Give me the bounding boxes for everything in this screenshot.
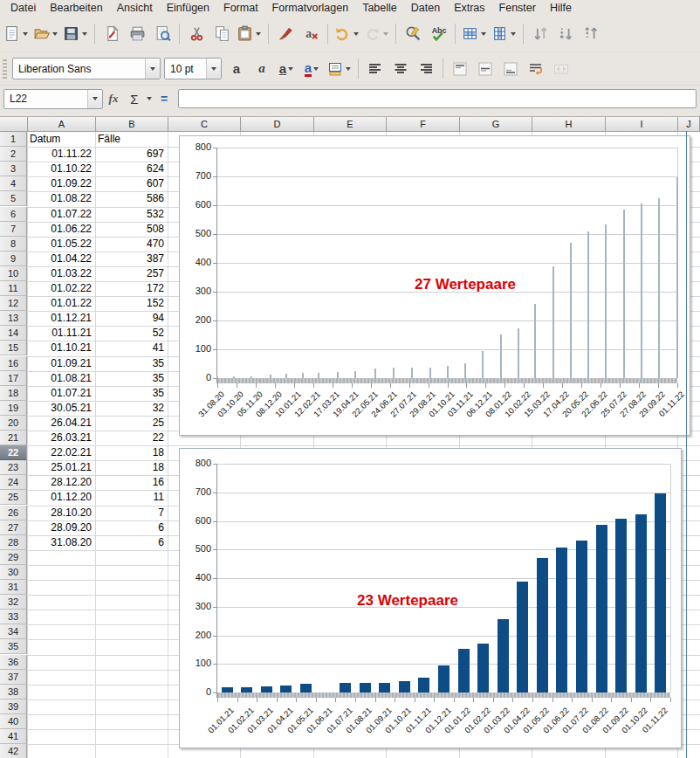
row-header-16[interactable]: 16 — [0, 356, 27, 371]
cell-a26[interactable]: 28.10.20 — [29, 506, 92, 520]
row-header-14[interactable]: 14 — [0, 326, 27, 341]
row-header-35[interactable]: 35 — [0, 639, 27, 654]
column-header-J[interactable]: J — [678, 117, 700, 132]
cell-a21[interactable]: 26.03.21 — [29, 431, 92, 445]
underline-dropdown[interactable] — [286, 57, 295, 80]
italic-button[interactable]: a — [250, 57, 273, 80]
new-document-dropdown[interactable] — [21, 22, 30, 45]
column-header-B[interactable]: B — [96, 117, 168, 132]
column-header-F[interactable]: F — [387, 117, 460, 132]
row-header-20[interactable]: 20 — [0, 416, 27, 431]
cell-b11[interactable]: 172 — [97, 281, 164, 296]
cell-a3[interactable]: 01.10.22 — [29, 162, 92, 176]
sort-descending-button[interactable] — [580, 22, 602, 45]
formula-button[interactable]: = — [155, 89, 173, 108]
cell-b5[interactable]: 586 — [97, 191, 164, 206]
find-replace-button[interactable] — [401, 22, 424, 45]
paste-button[interactable] — [236, 22, 263, 45]
name-box[interactable]: L22 — [3, 89, 103, 109]
menu-fenster[interactable]: Fenster — [492, 2, 543, 14]
cell-a10[interactable]: 01.03.22 — [29, 266, 92, 281]
function-wizard-button[interactable]: fx — [105, 89, 122, 108]
cell-a5[interactable]: 01.08.22 — [29, 191, 92, 206]
row-header-10[interactable]: 10 — [0, 266, 27, 281]
row-header-18[interactable]: 18 — [0, 386, 27, 401]
category-axis-chart[interactable]: 010020030040050060070080001.01.2101.02.2… — [179, 448, 682, 748]
row-header-4[interactable]: 4 — [0, 176, 27, 191]
cell-b25[interactable]: 11 — [97, 490, 164, 505]
clear-formatting-button[interactable]: a — [299, 22, 322, 45]
font-name-dropdown[interactable] — [145, 59, 160, 79]
insert-rows-button[interactable] — [461, 22, 488, 45]
row-header-11[interactable]: 11 — [0, 281, 27, 296]
row-header-31[interactable]: 31 — [0, 580, 27, 595]
select-all-corner[interactable] — [0, 117, 28, 132]
menu-datei[interactable]: Datei — [3, 2, 43, 14]
row-header-24[interactable]: 24 — [0, 475, 27, 490]
wrap-text-button[interactable] — [525, 57, 547, 80]
cell-a23[interactable]: 25.01.21 — [29, 460, 92, 475]
row-header-19[interactable]: 19 — [0, 401, 27, 416]
cell-b15[interactable]: 41 — [97, 341, 164, 355]
toolbar-grip[interactable] — [3, 59, 7, 79]
row-header-15[interactable]: 15 — [0, 341, 27, 355]
cell-b12[interactable]: 152 — [97, 296, 164, 311]
spelling-button[interactable]: Abc — [427, 22, 450, 45]
row-header-36[interactable]: 36 — [0, 655, 27, 670]
copy-button[interactable] — [210, 22, 233, 45]
align-left-button[interactable] — [364, 57, 387, 80]
export-pdf-button[interactable] — [100, 22, 123, 45]
cell-b21[interactable]: 22 — [97, 431, 164, 445]
valign-top-button[interactable] — [449, 57, 471, 80]
cell-b4[interactable]: 607 — [97, 176, 164, 191]
cell-a22[interactable]: 22.02.21 — [29, 445, 92, 460]
align-right-button[interactable] — [415, 57, 437, 80]
menu-extras[interactable]: Extras — [447, 2, 491, 14]
font-name-combo[interactable]: Liberation Sans — [12, 58, 161, 79]
row-header-37[interactable]: 37 — [0, 670, 27, 685]
row-header-33[interactable]: 33 — [0, 610, 27, 624]
cut-button[interactable] — [185, 22, 208, 45]
cell-a28[interactable]: 31.08.20 — [29, 535, 92, 550]
row-header-41[interactable]: 41 — [0, 729, 27, 744]
menu-bearbeiten[interactable]: Bearbeiten — [43, 2, 109, 14]
cell-b23[interactable]: 18 — [97, 460, 164, 475]
cell-b8[interactable]: 470 — [97, 237, 164, 252]
sort-ascending-button[interactable] — [554, 22, 577, 45]
row-header-28[interactable]: 28 — [0, 535, 27, 550]
insert-columns-button[interactable] — [491, 22, 518, 45]
menu-daten[interactable]: Daten — [404, 2, 447, 14]
row-header-39[interactable]: 39 — [0, 699, 27, 714]
cell-a27[interactable]: 28.09.20 — [29, 520, 92, 535]
row-header-42[interactable]: 42 — [0, 744, 27, 758]
row-header-29[interactable]: 29 — [0, 550, 27, 565]
cell-b22[interactable]: 18 — [97, 445, 164, 460]
select-sum-button[interactable]: Σ — [126, 89, 143, 108]
cell-a6[interactable]: 01.07.22 — [29, 207, 92, 222]
menu-tabelle[interactable]: Tabelle — [355, 2, 404, 14]
sum-dropdown-icon[interactable] — [147, 97, 152, 100]
cell-a25[interactable]: 01.12.20 — [29, 490, 92, 505]
cell-a17[interactable]: 01.08.21 — [29, 371, 92, 386]
cell-a9[interactable]: 01.04.22 — [29, 252, 92, 266]
row-header-21[interactable]: 21 — [0, 431, 27, 445]
cell-a2[interactable]: 01.11.22 — [29, 147, 92, 162]
cell-a4[interactable]: 01.09.22 — [29, 176, 92, 191]
insert-columns-dropdown[interactable] — [509, 22, 518, 45]
cell-b10[interactable]: 257 — [97, 266, 164, 281]
underline-button[interactable]: a — [276, 57, 299, 80]
valign-center-button[interactable] — [474, 57, 497, 80]
row-header-2[interactable]: 2 — [0, 147, 27, 162]
column-header-H[interactable]: H — [532, 117, 606, 132]
formula-input[interactable] — [178, 89, 697, 108]
cell-a24[interactable]: 28.12.20 — [29, 475, 92, 490]
valign-bottom-button[interactable] — [499, 57, 522, 80]
cell-b1[interactable]: Fälle — [98, 132, 164, 147]
row-header-8[interactable]: 8 — [0, 237, 27, 252]
cell-b6[interactable]: 532 — [97, 207, 164, 222]
menu-hilfe[interactable]: Hilfe — [543, 2, 579, 14]
cell-b18[interactable]: 35 — [97, 386, 164, 401]
font-color-button[interactable]: a — [301, 57, 324, 80]
cell-b19[interactable]: 32 — [97, 401, 164, 416]
cell-a19[interactable]: 30.05.21 — [29, 401, 92, 416]
